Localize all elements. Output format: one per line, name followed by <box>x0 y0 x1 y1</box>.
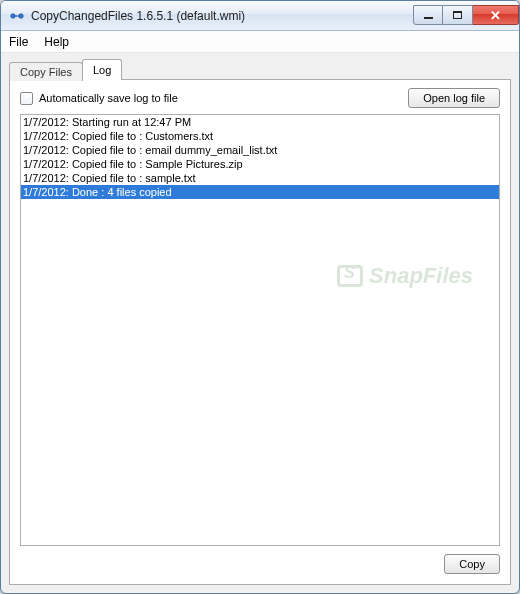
log-line[interactable]: 1/7/2012: Done : 4 files copied <box>21 185 499 199</box>
auto-save-checkbox-wrap[interactable]: Automatically save log to file <box>20 92 400 105</box>
menu-help[interactable]: Help <box>44 35 69 49</box>
watermark: SnapFiles <box>337 265 473 287</box>
close-icon: ✕ <box>490 9 501 22</box>
app-icon <box>9 8 25 24</box>
log-line[interactable]: 1/7/2012: Starting run at 12:47 PM <box>21 115 499 129</box>
tab-copy-files[interactable]: Copy Files <box>9 62 83 81</box>
window-controls: ✕ <box>413 6 519 25</box>
window-title: CopyChangedFiles 1.6.5.1 (default.wmi) <box>31 9 413 23</box>
log-top-row: Automatically save log to file Open log … <box>10 80 510 114</box>
menubar: File Help <box>1 31 519 53</box>
auto-save-checkbox[interactable] <box>20 92 33 105</box>
close-button[interactable]: ✕ <box>473 5 519 25</box>
auto-save-label: Automatically save log to file <box>39 92 178 104</box>
log-footer: Copy <box>10 554 510 584</box>
maximize-icon <box>453 11 462 19</box>
watermark-text: SnapFiles <box>369 269 473 283</box>
menu-file[interactable]: File <box>9 35 28 49</box>
tabstrip: Copy Files Log <box>9 57 511 79</box>
log-line[interactable]: 1/7/2012: Copied file to : email dummy_e… <box>21 143 499 157</box>
minimize-icon <box>424 17 433 19</box>
tab-panel-log: Automatically save log to file Open log … <box>9 79 511 585</box>
minimize-button[interactable] <box>413 5 443 25</box>
app-window: CopyChangedFiles 1.6.5.1 (default.wmi) ✕… <box>0 0 520 594</box>
log-line[interactable]: 1/7/2012: Copied file to : Customers.txt <box>21 129 499 143</box>
log-line[interactable]: 1/7/2012: Copied file to : Sample Pictur… <box>21 157 499 171</box>
log-listbox[interactable]: SnapFiles 1/7/2012: Starting run at 12:4… <box>20 114 500 546</box>
log-line[interactable]: 1/7/2012: Copied file to : sample.txt <box>21 171 499 185</box>
maximize-button[interactable] <box>443 5 473 25</box>
content-area: Copy Files Log Automatically save log to… <box>9 57 511 585</box>
copy-button[interactable]: Copy <box>444 554 500 574</box>
titlebar[interactable]: CopyChangedFiles 1.6.5.1 (default.wmi) ✕ <box>1 1 519 31</box>
open-log-file-button[interactable]: Open log file <box>408 88 500 108</box>
watermark-icon <box>337 265 363 287</box>
tab-log[interactable]: Log <box>82 59 122 80</box>
